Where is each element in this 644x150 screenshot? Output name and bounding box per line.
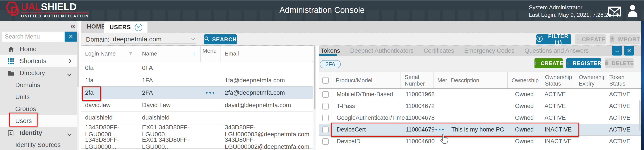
sidebar-item-users[interactable]: Users — [0, 115, 77, 127]
checkbox-icon[interactable] — [322, 127, 329, 133]
subtab-emergency-codes[interactable]: Emergency Codes — [464, 47, 514, 54]
hexagon-logo-icon: D — [5, 1, 21, 19]
sidebar-scrollbar-thumb[interactable] — [78, 33, 79, 87]
token-product-cell: DeviceID — [332, 138, 401, 145]
filter-button[interactable]: FILTER (1) — [536, 34, 571, 44]
users-table-header: Login Name Name ↑ Menu Email — [81, 45, 312, 62]
sidebar: « ✕ Home Shortcuts Directory Domains Uni… — [0, 21, 80, 150]
users-table-scrollbar[interactable] — [314, 45, 316, 150]
tab-close-icon[interactable]: ✕ — [135, 24, 142, 31]
user-email-cell: 343D80FF-LGU000002@deepnetmfa.com — [221, 136, 312, 150]
subtab-tokens[interactable]: Tokens — [321, 47, 340, 54]
column-header-menu: Menu — [434, 72, 447, 88]
tokens-table-scrollbar-thumb[interactable] — [639, 100, 640, 131]
toolbar-actions: FILTER (1) + CREATE IMPORT — [536, 34, 640, 44]
mail-icon[interactable] — [608, 6, 621, 17]
chevron-down-icon — [191, 36, 195, 40]
create-user-button[interactable]: + CREATE — [575, 34, 606, 44]
user-row[interactable]: dualshield dualshield — [81, 112, 312, 124]
sidebar-item-domains[interactable]: Domains — [0, 79, 77, 91]
column-header-ownership-expiry[interactable]: Ownership Expiry — [575, 72, 606, 88]
sidebar-item-identity[interactable]: Identity — [0, 127, 77, 139]
user-login-cell: 1343D80FF-LGU0000... — [81, 136, 138, 150]
tab-users[interactable]: USERS ✕ — [104, 22, 148, 33]
search-button[interactable]: SEARCH — [204, 34, 237, 44]
delete-token-button[interactable]: DELETE — [605, 58, 634, 68]
user-row[interactable]: 2fa 2FA ••• 2fa@deepnetmfa.com — [81, 87, 312, 99]
checkbox-icon[interactable] — [322, 138, 329, 145]
sidebar-item-shortcuts[interactable]: Shortcuts — [0, 55, 77, 67]
tokens-table: Product/Model Serial Number Menu Descrip… — [319, 72, 642, 150]
row-menu-dots[interactable]: ••• — [201, 90, 221, 96]
create-token-button[interactable]: + CREATE — [534, 58, 563, 68]
search-input[interactable] — [2, 31, 64, 42]
token-row[interactable]: MobileID/Time-Based 110001968 Owned ACTI… — [319, 89, 642, 100]
expand-panel-icon[interactable]: ↔ — [612, 46, 622, 55]
token-description-cell: This is my home PC — [447, 126, 508, 133]
row-checkbox-cell — [319, 89, 332, 100]
column-header-name[interactable]: Name ↑ — [138, 46, 201, 62]
chevron-right-icon — [67, 59, 71, 63]
column-header-email[interactable]: Email — [221, 46, 312, 62]
user-name-cell: 0FA — [138, 64, 201, 71]
sidebar-search: ✕ — [2, 31, 77, 42]
tokens-toolbar: 2FA + CREATE + REGISTER DELETE — [319, 56, 642, 72]
subtab-certificates[interactable]: Certificates — [424, 47, 454, 54]
token-ownership-status-cell: INACTIVE — [541, 138, 575, 145]
import-button[interactable]: IMPORT — [610, 34, 640, 44]
token-ownership-status-cell: INACTIVE — [541, 126, 575, 133]
token-row[interactable]: DeviceCert 110004679 ••• This is my home… — [319, 124, 642, 136]
column-header-token-status[interactable]: Token Status — [606, 72, 642, 88]
user-row[interactable]: david.law David Law david@deepnetmfa.com — [81, 99, 312, 112]
sidebar-scrollbar[interactable] — [77, 21, 80, 150]
tab-home[interactable]: HOME — [87, 21, 105, 33]
token-row[interactable]: GoogleAuthenticator/Time-... 110004678 O… — [319, 112, 642, 124]
subtab-deepnet-authenticators[interactable]: Deepnet Authenticators — [350, 47, 414, 54]
tokens-panel: Tokens Deepnet Authenticators Certificat… — [319, 45, 642, 150]
token-row[interactable]: T-Pass 110004672 Owned ACTIVE ACTIVE — [319, 100, 642, 112]
user-profile-icon[interactable] — [627, 4, 638, 18]
search-clear-button[interactable]: ✕ — [64, 31, 77, 42]
token-ownership-cell: Owned — [508, 115, 541, 121]
column-header-description[interactable]: Description — [447, 72, 508, 88]
checkbox-icon[interactable] — [322, 103, 329, 110]
checkbox-icon[interactable] — [322, 91, 329, 98]
user-chip-2fa[interactable]: 2FA — [320, 60, 341, 68]
row-menu-dots[interactable]: ••• — [434, 126, 447, 133]
close-panel-icon[interactable]: ✕ — [624, 46, 634, 55]
column-header-serial-number[interactable]: Serial Number — [401, 72, 434, 88]
select-all-checkbox[interactable] — [319, 72, 332, 88]
sidebar-item-directory[interactable]: Directory — [0, 67, 77, 79]
token-product-cell: DeviceCert — [332, 126, 401, 133]
column-header-ownership-status[interactable]: Ownership Status — [541, 72, 575, 88]
user-email-cell: 2fa@deepnetmfa.com — [221, 89, 312, 96]
column-filter-icon[interactable] — [128, 51, 133, 56]
user-row[interactable]: 1343D80FF-LGU0000... EX01 343D80FF-LGU00… — [81, 136, 312, 149]
users-table-scrollbar-thumb[interactable] — [314, 46, 316, 109]
sidebar-item-groups[interactable]: Groups — [0, 103, 77, 115]
token-row[interactable]: DeviceID 110004680 Owned INACTIVE ACTIVE — [319, 136, 642, 148]
sort-ascending-icon[interactable]: ↑ — [193, 50, 196, 57]
row-checkbox-cell — [319, 112, 332, 124]
subtab-questions-answers[interactable]: Questions and Answers — [524, 47, 588, 54]
sidebar-collapse-icon[interactable]: « — [70, 21, 76, 31]
sidebar-item-home[interactable]: Home — [0, 43, 77, 55]
user-row[interactable]: 1343D80FF-LGU0000... EX01 343D80FF-LGU00… — [81, 124, 312, 136]
register-token-button[interactable]: + REGISTER — [566, 58, 601, 68]
token-ownership-cell: Owned — [508, 126, 541, 133]
token-ownership-cell: Owned — [508, 138, 541, 145]
column-header-login-name[interactable]: Login Name — [81, 46, 138, 62]
token-status-cell: ACTIVE — [606, 103, 642, 110]
main-area: HOME USERS ✕ Domain: deepnetmfa.com SEAR… — [81, 21, 642, 150]
column-header-ownership[interactable]: Ownership — [508, 72, 541, 88]
column-header-product-model[interactable]: Product/Model — [332, 72, 401, 88]
sidebar-item-units[interactable]: Units — [0, 91, 77, 103]
domain-select[interactable]: deepnetmfa.com — [110, 35, 196, 44]
checkbox-icon[interactable] — [322, 115, 329, 121]
checkbox-icon[interactable] — [322, 77, 329, 84]
token-status-cell: ACTIVE — [606, 115, 642, 121]
tokens-subtabs: Tokens Deepnet Authenticators Certificat… — [319, 45, 642, 56]
user-row[interactable]: 0fa 0FA — [81, 62, 312, 74]
user-row[interactable]: 1fa 1FA 1fa@deepnetmfa.com — [81, 74, 312, 87]
sidebar-item-identity-sources[interactable]: Identity Sources — [0, 139, 77, 150]
